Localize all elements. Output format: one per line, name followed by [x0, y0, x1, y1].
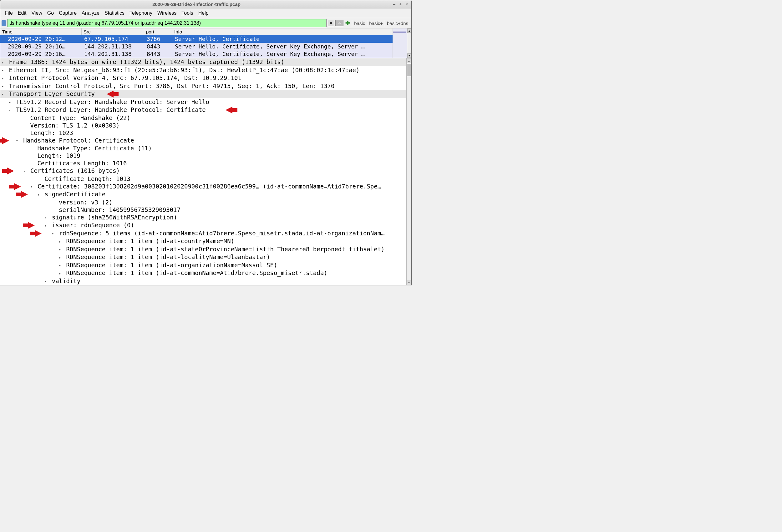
expand-toggle-icon[interactable]: ▸: [2, 82, 5, 90]
menubar: FileEditViewGoCaptureAnalyzeStatisticsTe…: [0, 8, 411, 18]
detail-line[interactable]: ▸ validity: [0, 277, 411, 286]
detail-line[interactable]: Content Type: Handshake (22): [0, 114, 411, 122]
annotation-arrow-icon: [225, 107, 233, 113]
detail-line[interactable]: serialNumber: 14059956735329093017: [0, 206, 411, 214]
detail-line[interactable]: ▾ Certificates (1016 bytes): [0, 167, 411, 175]
detail-line[interactable]: ▸ RDNSequence item: 1 item (id-at-stateO…: [0, 245, 411, 254]
annotation-arrow-icon: [7, 167, 14, 175]
packet-list-pane: Time Src port Info 2020-09-29 20:12…67.7…: [0, 29, 411, 58]
expand-toggle-icon[interactable]: ▸: [2, 67, 5, 74]
apply-filter-button[interactable]: ➔: [335, 20, 344, 26]
menu-go[interactable]: Go: [45, 9, 56, 17]
menu-edit[interactable]: Edit: [15, 9, 29, 17]
bookmark-icon[interactable]: [2, 20, 6, 26]
detail-line[interactable]: version: v3 (2): [0, 198, 411, 206]
expand-toggle-icon[interactable]: ▸: [44, 214, 48, 221]
detail-line[interactable]: ▸ Internet Protocol Version 4, Src: 67.7…: [0, 74, 411, 82]
expand-toggle-icon[interactable]: ▾: [37, 191, 41, 198]
menu-capture[interactable]: Capture: [56, 9, 79, 17]
detail-line[interactable]: ▸ RDNSequence item: 1 item (id-at-organi…: [0, 261, 411, 269]
filter-preset-basic-plusdns[interactable]: basic+dns: [385, 20, 410, 27]
menu-view[interactable]: View: [29, 9, 44, 17]
menu-help[interactable]: Help: [196, 9, 211, 17]
expand-toggle-icon[interactable]: ▾: [44, 222, 48, 229]
detail-line[interactable]: ▸ TLSv1.2 Record Layer: Handshake Protoc…: [0, 98, 411, 106]
expand-toggle-icon[interactable]: ▸: [59, 270, 63, 277]
expand-toggle-icon[interactable]: ▾: [51, 230, 56, 237]
clear-filter-button[interactable]: ✕: [328, 20, 334, 26]
detail-line[interactable]: ▸ RDNSequence item: 1 item (id-at-countr…: [0, 237, 411, 245]
detail-line[interactable]: Certificate Length: 1013: [0, 175, 411, 183]
expand-toggle-icon[interactable]: ▸: [44, 277, 48, 285]
menu-wireless[interactable]: Wireless: [155, 9, 179, 17]
filter-preset-basic-plus[interactable]: basic+: [367, 20, 385, 27]
close-button[interactable]: ×: [404, 2, 409, 7]
detail-line[interactable]: ▾ Transport Layer Security: [0, 90, 411, 98]
detail-line[interactable]: ▾ issuer: rdnSequence (0): [0, 221, 411, 229]
packet-list-scrollbar[interactable]: ▴ ▾: [407, 29, 411, 58]
menu-file[interactable]: File: [2, 9, 15, 17]
col-info[interactable]: Info: [172, 29, 411, 35]
menu-analyze[interactable]: Analyze: [79, 9, 102, 17]
annotation-arrow-icon: [28, 222, 35, 229]
packet-details-pane[interactable]: ▸ Frame 1386: 1424 bytes on wire (11392 …: [0, 58, 411, 285]
detail-line[interactable]: ▸ RDNSequence item: 1 item (id-at-locali…: [0, 253, 411, 261]
expand-toggle-icon[interactable]: ▾: [16, 137, 20, 144]
window-title: 2020-09-29-Dridex-infection-traffic.pcap: [3, 2, 390, 7]
expand-toggle-icon[interactable]: ▸: [59, 246, 63, 253]
display-filter-input[interactable]: [7, 19, 327, 27]
annotation-arrow-icon: [2, 137, 9, 144]
detail-line[interactable]: Length: 1023: [0, 129, 411, 137]
annotation-arrow-icon: [14, 183, 21, 190]
annotation-arrow-icon: [107, 91, 113, 98]
annotation-arrow-icon: [21, 191, 28, 198]
packet-list-header[interactable]: Time Src port Info: [0, 29, 411, 35]
titlebar: 2020-09-29-Dridex-infection-traffic.pcap…: [0, 0, 411, 8]
filter-preset-basic[interactable]: basic: [352, 20, 367, 27]
detail-line[interactable]: ▾ Handshake Protocol: Certificate: [0, 137, 411, 145]
detail-line[interactable]: ▸ Transmission Control Protocol, Src Por…: [0, 82, 411, 90]
detail-line[interactable]: Certificates Length: 1016: [0, 159, 411, 167]
packet-row[interactable]: 2020-09-29 20:16…144.202.31.1388443Serve…: [0, 50, 411, 58]
expand-toggle-icon[interactable]: ▾: [23, 167, 27, 175]
menu-telephony[interactable]: Telephony: [127, 9, 155, 17]
col-src[interactable]: Src: [82, 29, 144, 35]
expand-toggle-icon[interactable]: ▾: [2, 91, 5, 98]
col-time[interactable]: Time: [0, 29, 82, 35]
detail-line[interactable]: ▸ Ethernet II, Src: Netgear_b6:93:f1 (20…: [0, 66, 411, 74]
add-filter-icon[interactable]: ✚: [345, 20, 351, 27]
detail-line[interactable]: ▾ Certificate: 308203f1308202d9a00302010…: [0, 183, 411, 191]
expand-toggle-icon[interactable]: ▸: [9, 99, 12, 106]
expand-toggle-icon[interactable]: ▸: [59, 238, 63, 245]
detail-line[interactable]: ▸ signature (sha256WithRSAEncryption): [0, 214, 411, 222]
expand-toggle-icon[interactable]: ▸: [59, 262, 63, 269]
menu-tools[interactable]: Tools: [179, 9, 196, 17]
menu-statistics[interactable]: Statistics: [102, 9, 127, 17]
expand-toggle-icon[interactable]: ▾: [9, 107, 12, 114]
expand-toggle-icon[interactable]: ▸: [2, 59, 5, 66]
detail-line[interactable]: ▸ Frame 1386: 1424 bytes on wire (11392 …: [0, 58, 411, 66]
expand-toggle-icon[interactable]: ▾: [30, 183, 34, 190]
details-scrollbar[interactable]: ▴ ▾: [406, 58, 411, 285]
annotation-arrow-icon: [35, 230, 42, 237]
maximize-button[interactable]: +: [398, 2, 402, 7]
packet-row[interactable]: 2020-09-29 20:12…67.79.105.1743786Server…: [0, 35, 411, 43]
detail-line[interactable]: ▸ RDNSequence item: 1 item (id-at-common…: [0, 269, 411, 277]
filter-bar: ✕ ➔ ✚ basicbasic+basic+dns: [0, 18, 411, 29]
detail-line[interactable]: ▾ signedCertificate: [0, 190, 411, 198]
detail-line[interactable]: ▾ rdnSequence: 5 items (id-at-commonName…: [0, 229, 411, 237]
packet-row[interactable]: 2020-09-29 20:16…144.202.31.1388443Serve…: [0, 43, 411, 50]
detail-line[interactable]: ▾ TLSv1.2 Record Layer: Handshake Protoc…: [0, 106, 411, 114]
col-port[interactable]: port: [144, 29, 172, 35]
expand-toggle-icon[interactable]: ▸: [59, 254, 63, 261]
detail-line[interactable]: Version: TLS 1.2 (0x0303): [0, 122, 411, 129]
minimize-button[interactable]: –: [392, 2, 396, 7]
detail-line[interactable]: Length: 1019: [0, 152, 411, 159]
expand-toggle-icon[interactable]: ▸: [2, 75, 5, 82]
detail-line[interactable]: Handshake Type: Certificate (11): [0, 144, 411, 152]
